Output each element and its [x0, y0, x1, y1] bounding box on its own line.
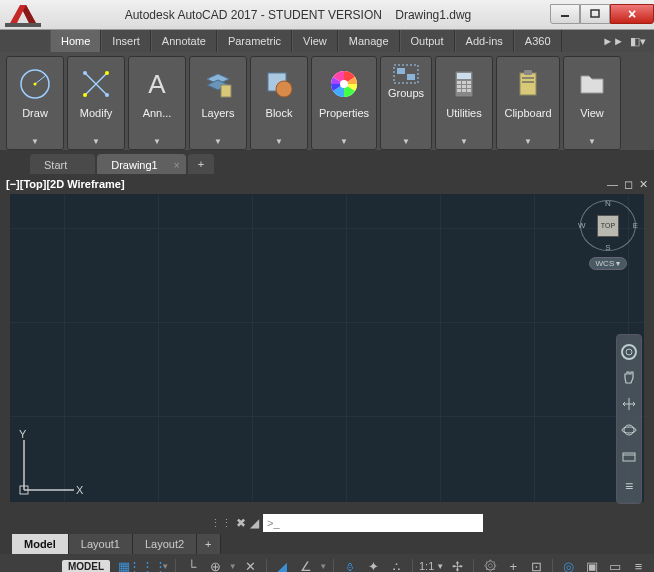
chevron-down-icon[interactable]: ▼	[275, 137, 283, 146]
compass-n[interactable]: N	[605, 199, 611, 208]
layouttab-layout2[interactable]: Layout2	[133, 534, 197, 554]
customize-statusbar-icon[interactable]: ≡	[629, 557, 648, 572]
cleanscreen-icon[interactable]: ▭	[606, 557, 625, 572]
svg-point-36	[622, 345, 636, 359]
svg-rect-34	[522, 77, 534, 79]
svg-rect-13	[221, 85, 231, 97]
command-input[interactable]	[284, 517, 479, 529]
lineweight-icon[interactable]: ߷	[340, 557, 359, 572]
tab-manage[interactable]: Manage	[338, 30, 400, 52]
layouttab-model[interactable]: Model	[12, 534, 69, 554]
tab-output[interactable]: Output	[400, 30, 455, 52]
minimize-button[interactable]	[550, 4, 580, 24]
navbar-menu-icon[interactable]: ≡	[618, 474, 640, 498]
chevron-down-icon[interactable]: ▼	[402, 137, 410, 146]
panel-label: Clipboard	[500, 105, 555, 119]
zoom-extents-icon[interactable]	[618, 392, 640, 416]
app-title-text: Autodesk AutoCAD 2017 - STUDENT VERSION	[125, 8, 382, 22]
viewport-minimize-icon[interactable]: —	[607, 178, 618, 191]
app-logo[interactable]	[0, 0, 46, 30]
full-nav-wheel-icon[interactable]	[618, 340, 640, 364]
annotation-scale[interactable]: 1:1▼	[419, 560, 444, 572]
title-bar: Autodesk AutoCAD 2017 - STUDENT VERSION …	[0, 0, 654, 30]
3dosnap-icon[interactable]: ∠	[296, 557, 315, 572]
panel-layers[interactable]: Layers ▼	[189, 56, 247, 150]
transparency-icon[interactable]: ✦	[364, 557, 383, 572]
tab-parametric[interactable]: Parametric	[217, 30, 292, 52]
model-paper-toggle[interactable]: MODEL	[62, 560, 110, 573]
panel-utilities[interactable]: Utilities ▼	[435, 56, 493, 150]
showmotion-icon[interactable]	[618, 444, 640, 468]
compass-s[interactable]: S	[605, 243, 610, 252]
isodraft-icon[interactable]: ✕	[241, 557, 260, 572]
tab-home[interactable]: Home	[50, 30, 101, 52]
annotation-monitor-icon[interactable]: +	[504, 557, 523, 572]
layouttab-layout1[interactable]: Layout1	[69, 534, 133, 554]
wcs-badge[interactable]: WCS ▾	[589, 257, 628, 270]
cmd-recent-icon[interactable]: ✖	[236, 516, 246, 530]
orbit-icon[interactable]	[618, 418, 640, 442]
circle-icon	[18, 67, 52, 101]
filetab-drawing1[interactable]: Drawing1×	[97, 154, 185, 174]
panel-view[interactable]: View ▼	[563, 56, 621, 150]
tab-view[interactable]: View	[292, 30, 338, 52]
viewport-maximize-icon[interactable]: ◻	[624, 178, 633, 191]
view-cube[interactable]: N S E W TOP WCS ▾	[580, 200, 636, 270]
compass-e[interactable]: E	[633, 221, 638, 230]
move-icon	[79, 67, 113, 101]
chevron-down-icon[interactable]: ▼	[31, 137, 39, 146]
panel-annotation[interactable]: A Ann... ▼	[128, 56, 186, 150]
cmd-customize-icon[interactable]: ◢	[250, 516, 259, 530]
panel-label: Modify	[76, 105, 116, 119]
polar-icon[interactable]: ⊕	[205, 557, 224, 572]
cycling-icon[interactable]: ⛬	[387, 557, 406, 572]
panel-properties[interactable]: Properties ▼	[311, 56, 377, 150]
chevron-down-icon[interactable]: ▼	[524, 137, 532, 146]
model-space[interactable]	[10, 194, 644, 502]
filetab-start[interactable]: Start	[30, 154, 95, 174]
ortho-icon[interactable]: └	[182, 557, 201, 572]
snap-mode-icon[interactable]: ⋮⋮⋮	[137, 557, 157, 572]
panel-clipboard[interactable]: Clipboard ▼	[496, 56, 560, 150]
chevron-down-icon[interactable]: ▼	[340, 137, 348, 146]
chevron-down-icon[interactable]: ▼	[588, 137, 596, 146]
annotation-visibility-icon[interactable]: ✢	[448, 557, 467, 572]
viewcube-face[interactable]: TOP	[597, 215, 619, 237]
chevron-down-icon[interactable]: ▼	[92, 137, 100, 146]
isolate-icon[interactable]: ▣	[582, 557, 601, 572]
hardware-accel-icon[interactable]: ◎	[559, 557, 578, 572]
close-tab-icon[interactable]: ×	[174, 160, 180, 171]
svg-rect-33	[524, 70, 532, 75]
compass-w[interactable]: W	[578, 221, 586, 230]
command-input-wrap[interactable]: >_	[263, 514, 483, 532]
ribbon-expand-icon[interactable]: ◧▾	[630, 35, 646, 48]
viewport-label[interactable]: [−][Top][2D Wireframe]	[6, 178, 125, 190]
groups-icon	[392, 63, 420, 85]
units-icon[interactable]: ⊡	[527, 557, 546, 572]
osnap-icon[interactable]: ◢	[273, 557, 292, 572]
panel-block[interactable]: Block ▼	[250, 56, 308, 150]
featured-apps-icon[interactable]: ►►	[602, 35, 624, 47]
svg-rect-29	[457, 89, 461, 92]
chevron-down-icon[interactable]: ▼	[460, 137, 468, 146]
chevron-down-icon[interactable]: ▼	[214, 137, 222, 146]
tab-addins[interactable]: Add-ins	[455, 30, 514, 52]
panel-groups[interactable]: Groups ▼	[380, 56, 432, 150]
clipboard-icon	[511, 67, 545, 101]
workspace-icon[interactable]: ۞	[480, 557, 499, 572]
chevron-down-icon[interactable]: ▼	[153, 137, 161, 146]
add-layout-button[interactable]: +	[197, 534, 220, 554]
panel-modify[interactable]: Modify ▼	[67, 56, 125, 150]
viewport-close-icon[interactable]: ✕	[639, 178, 648, 191]
svg-point-37	[626, 349, 632, 355]
pan-icon[interactable]	[618, 366, 640, 390]
tab-insert[interactable]: Insert	[101, 30, 151, 52]
new-tab-button[interactable]: +	[188, 154, 214, 174]
close-button[interactable]: ×	[610, 4, 654, 24]
tab-a360[interactable]: A360	[514, 30, 562, 52]
svg-point-17	[340, 80, 348, 88]
tab-annotate[interactable]: Annotate	[151, 30, 217, 52]
maximize-button[interactable]	[580, 4, 610, 24]
panel-draw[interactable]: Draw ▼	[6, 56, 64, 150]
cmd-grip-icon[interactable]: ⋮⋮	[210, 517, 232, 530]
